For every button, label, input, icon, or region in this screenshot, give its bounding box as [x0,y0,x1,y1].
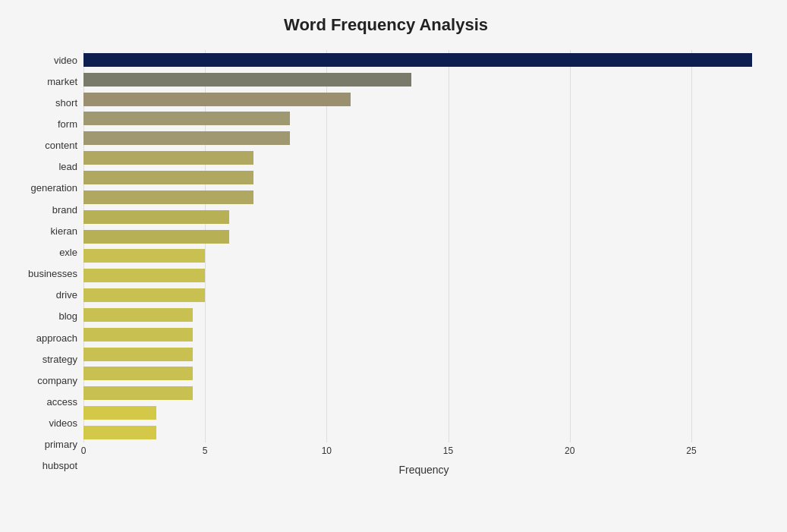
y-label: brand [52,200,77,219]
bars-wrapper [83,50,764,442]
bar [83,151,253,165]
bar [83,426,156,439]
bar [83,308,193,322]
y-label: drive [56,285,77,305]
bar [83,288,205,302]
x-tick: 25 [686,445,696,456]
bar-row [83,207,764,227]
bar-row [83,227,764,247]
y-labels: videomarketshortformcontentleadgeneratio… [8,50,83,476]
bar-row [83,266,764,285]
bar-row [83,109,764,129]
chart-area: videomarketshortformcontentleadgeneratio… [8,50,764,476]
y-label: kieran [51,221,77,241]
bar [83,53,752,67]
y-label: hubspot [42,456,77,476]
x-axis-label: Frequency [83,464,764,476]
y-label: videos [49,414,77,433]
y-label: short [55,93,77,112]
bar-row [83,345,764,364]
y-label: primary [45,435,77,455]
bar [83,112,290,125]
bar-row [83,246,764,266]
bar [83,230,229,244]
bar-row [83,285,764,305]
bar [83,328,193,342]
bar-row [83,90,764,109]
bar-row [83,187,764,207]
x-tick: 10 [322,445,332,456]
chart-container: Word Frequency Analysis videomarketshort… [0,0,787,532]
y-label: company [37,370,77,390]
y-label: strategy [42,349,77,369]
bar-row [83,168,764,187]
y-label: blog [58,307,77,326]
chart-title: Word Frequency Analysis [8,15,764,35]
bar-row [83,325,764,345]
bar-row [83,403,764,423]
bar [83,406,156,420]
bar [83,171,253,184]
bar-row [83,364,764,384]
bars-and-xaxis: 0510152025 Frequency [83,50,764,476]
bar-row [83,423,764,442]
bar [83,386,193,400]
x-tick: 0 [81,445,87,456]
y-label: form [58,114,77,134]
y-label: businesses [28,264,77,284]
y-label: lead [58,157,77,177]
y-label: access [47,392,77,412]
bar-row [83,70,764,90]
bar [83,73,411,87]
x-axis: 0510152025 Frequency [83,445,764,476]
y-label: content [45,136,77,156]
bar-row [83,128,764,148]
bar [83,190,253,204]
y-label: approach [36,328,77,348]
y-label: video [54,50,77,70]
bar [83,249,205,263]
bar-row [83,148,764,168]
bar [83,93,351,106]
bar [83,131,290,145]
x-tick: 15 [443,445,453,456]
bar [83,348,193,361]
bar [83,210,229,224]
x-tick: 20 [565,445,575,456]
bar-row [83,305,764,325]
bars-section [83,50,764,442]
x-tick: 5 [203,445,208,456]
bar [83,367,193,380]
bar-row [83,383,764,403]
y-label: generation [31,178,77,198]
y-label: market [47,71,77,91]
bar-row [83,50,764,70]
x-tick-row: 0510152025 [83,445,764,461]
bar [83,269,205,282]
y-label: exle [59,242,77,262]
